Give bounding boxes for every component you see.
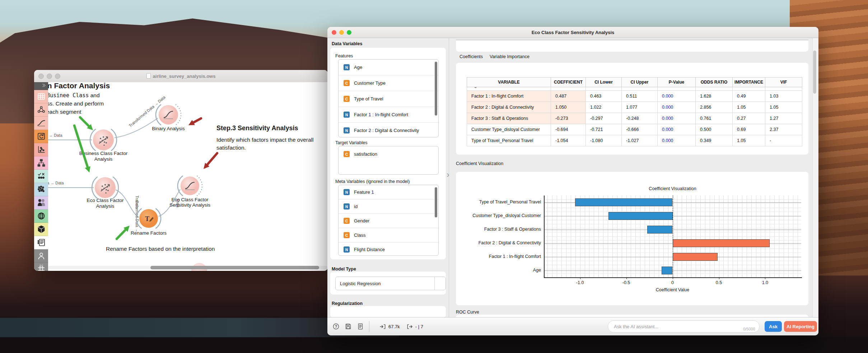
table-cell: -0.116 <box>551 87 586 91</box>
tab-variable-importance[interactable]: Variable Importance <box>490 54 529 59</box>
coefficients-table[interactable]: VARIABLECOEFFICIENTCI LowerCI UpperP-Val… <box>467 77 802 146</box>
workflow-titlebar[interactable]: airline_survey_analysis.ows <box>34 70 328 83</box>
table-cell: 0.000 <box>658 135 696 146</box>
table-cell: -1.080 <box>586 135 622 146</box>
table-cell: 1.628 <box>696 91 733 102</box>
list-item[interactable]: NFactor 2 : Digital & Connectivity <box>339 122 438 137</box>
toolbar-cube-icon[interactable] <box>34 223 48 236</box>
help-icon[interactable]: ? <box>332 323 340 330</box>
toolbar-tree-icon[interactable] <box>34 156 48 170</box>
list-item[interactable]: Nid <box>339 199 438 213</box>
toolbar-globe-icon[interactable] <box>34 210 48 223</box>
group-label: Target Variables <box>335 140 367 145</box>
list-item[interactable]: Csatisfaction <box>339 146 438 162</box>
workflow-node[interactable] <box>181 176 199 195</box>
numeric-variable-icon: N <box>344 203 350 210</box>
toolbar-person-icon[interactable] <box>34 249 48 263</box>
table-cell: -0.666 <box>622 124 658 135</box>
table-cell: Age <box>467 87 551 91</box>
table-header-cell[interactable]: IMPORTANCE <box>733 77 765 87</box>
save-icon[interactable] <box>345 323 352 330</box>
coefficient-visualization-section <box>456 172 808 305</box>
group-label: Meta Variables (ignored in the model) <box>335 179 410 184</box>
variable-name: Age <box>354 65 362 70</box>
table-cell: -1.027 <box>622 135 658 146</box>
table-cell: - <box>765 135 802 146</box>
combo-divider <box>434 277 435 290</box>
output-summary-icon <box>406 323 413 330</box>
table-cell: 0.349 <box>696 135 733 146</box>
table-cell: -0.091 <box>622 87 658 91</box>
table-header-cell[interactable]: VARIABLE <box>467 77 551 87</box>
list-item[interactable]: NFlight Distance <box>339 242 438 256</box>
list-item[interactable]: NAge <box>339 60 438 75</box>
toolbar-data-sampler-icon[interactable] <box>34 130 48 143</box>
toolbar-scroll-down[interactable] <box>34 262 48 270</box>
table-cell: -0.694 <box>551 124 586 135</box>
workflow-window[interactable]: airline_survey_analysis.ows on Factor An… <box>34 70 328 271</box>
regularization-groupbox <box>330 306 446 317</box>
variable-list[interactable]: Csatisfaction <box>338 146 439 175</box>
report-icon[interactable] <box>357 323 364 330</box>
widget-titlebar[interactable]: Eco Class Factor Sensitivity Analysis <box>327 27 818 38</box>
table-cell: -1.054 <box>551 135 586 146</box>
canvas-hscroll-thumb[interactable] <box>150 266 319 269</box>
roc-curve-label: ROC Curve <box>456 310 479 315</box>
coefficients-table-grid[interactable]: VARIABLECOEFFICIENTCI LowerCI UpperP-Val… <box>467 77 802 146</box>
list-item[interactable]: CCustomer Type <box>339 75 438 91</box>
toolbar-people-icon[interactable] <box>34 196 48 210</box>
table-cell: 2.37 <box>765 124 802 135</box>
table-header-cell[interactable]: COEFFICIENT <box>551 77 586 87</box>
ask-button[interactable]: Ask <box>765 321 782 332</box>
list-item[interactable]: NFactor 1 : In-flight Comfort <box>339 107 438 122</box>
categorical-variable-icon: C <box>344 218 350 224</box>
list-item[interactable]: CGender <box>339 213 438 228</box>
ai-reporting-button[interactable]: AI Reporting <box>784 321 817 332</box>
list-item[interactable]: NFeature 1 <box>339 185 438 199</box>
table-cell: Factor 2 : Digital & Connectivity <box>467 102 551 113</box>
table-cell: 0.463 <box>586 91 622 102</box>
input-count: 67.7k <box>388 324 400 329</box>
table-header-cell[interactable]: CI Lower <box>586 77 622 87</box>
ai-assistant-input[interactable] <box>608 320 760 333</box>
table-cell: Factor 3 : Staff & Operations <box>467 113 551 124</box>
table-cell: 0.27 <box>733 113 765 124</box>
toolbar-clustering-icon[interactable] <box>34 183 48 196</box>
list-scrollbar-thumb[interactable] <box>435 62 437 116</box>
toolbar-report-icon[interactable] <box>34 236 48 249</box>
toolbar-data-table-icon[interactable] <box>34 90 48 103</box>
toolbar-sigmoid-icon[interactable] <box>34 117 48 130</box>
table-header-cell[interactable]: P-Value <box>658 77 696 87</box>
toolbar-test-score-icon[interactable] <box>34 170 48 183</box>
table-header-cell[interactable]: VIF <box>765 77 802 87</box>
table-header-cell[interactable]: ODDS RATIO <box>696 77 733 87</box>
group-label: Features <box>335 53 353 58</box>
table-cell: -0.721 <box>586 124 622 135</box>
table-cell: 1.05 <box>733 135 765 146</box>
toolbar-expand[interactable] <box>34 82 48 90</box>
tab-coefficients[interactable]: Coefficients <box>459 54 483 59</box>
table-header-cell[interactable]: CI Upper <box>622 77 658 87</box>
variable-list[interactable]: NFeature 1NidCGenderCClassNFlight Distan… <box>338 185 439 256</box>
svg-text:Binary Analysis: Binary Analysis <box>152 126 185 131</box>
table-cell: 1.077 <box>622 102 658 113</box>
workflow-node[interactable] <box>159 105 178 124</box>
variable-name: Gender <box>354 218 369 223</box>
list-scrollbar-thumb[interactable] <box>435 187 437 217</box>
svg-text:T: T <box>145 215 149 222</box>
list-item[interactable]: CClass <box>339 228 438 242</box>
toolbar-scatter-plot-icon[interactable] <box>34 143 48 156</box>
panel-collapse-chevron-icon[interactable]: › <box>447 170 453 182</box>
widget-toolbar[interactable] <box>34 82 48 271</box>
list-item[interactable]: CType of Travel <box>339 91 438 107</box>
scrollbar-thumb[interactable] <box>813 51 816 94</box>
model-type-select[interactable]: Logistic Regression <box>335 277 446 290</box>
sensitivity-analysis-window[interactable]: Eco Class Factor Sensitivity Analysis Da… <box>327 27 818 335</box>
variable-list[interactable]: NAgeCCustomer TypeCType of TravelNFactor… <box>338 59 439 137</box>
variable-name: Flight Distance <box>354 247 385 252</box>
svg-text:→ Data: → Data <box>49 133 62 137</box>
right-panel-scrollbar[interactable] <box>812 38 818 317</box>
workflow-graph[interactable]: → Datata → DataTransformed Data → DataTr… <box>34 82 328 271</box>
workflow-canvas[interactable]: on Factor Analysis o Businee Class and a… <box>34 82 328 271</box>
toolbar-network-icon[interactable] <box>34 103 48 117</box>
